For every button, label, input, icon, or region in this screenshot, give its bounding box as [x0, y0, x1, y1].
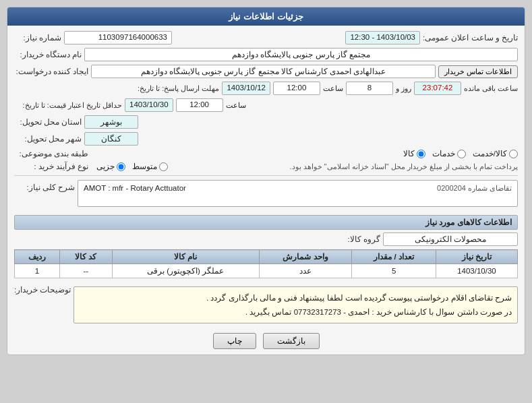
col-kod: کد کالا	[59, 250, 112, 264]
sarj-taghaza: تقاضای شماره 0200204	[437, 184, 512, 193]
nam-dastgah-value: مجتمع گاز پارس جنوبی پالایشگاه دوازدهم	[84, 48, 518, 61]
group-kala-label: گروه کالا:	[333, 235, 380, 244]
tozi-content: شرح تقاضای اقلام درخواستی پیوست گردیده ا…	[73, 286, 518, 323]
tarikh-label: تاریخ و ساعت اعلان عمومی:	[423, 33, 518, 42]
radio-kala[interactable]: کالا	[403, 149, 425, 158]
col-nam: نام کالا	[112, 250, 259, 264]
sarj-label: شرح کلی نیاز:	[14, 180, 75, 192]
group-kala-value: محصولات الکترونیکی	[383, 232, 518, 246]
page-title: جزئیات اطلاعات نیاز	[7, 7, 525, 26]
mohlet-rooz-value: 8	[346, 82, 393, 95]
saat-label: ساعت	[323, 84, 343, 93]
table-row: 1403/10/305عددعملگر (اکچویتور) برقی--1	[15, 264, 518, 278]
radio-khadamat[interactable]: خدمات	[432, 149, 466, 158]
shahr-value: کنگان	[84, 132, 138, 146]
ijad-value: عبدالهادی احمدی کارشناس کالا مجتمع گاز پ…	[91, 65, 436, 78]
jadval-date-value: 1403/10/30	[125, 98, 173, 112]
nooe-farayand-label: نوع فرآیند خرید :	[14, 162, 88, 171]
sarj-value: AMOT : mfr - Rotary Acttuator	[84, 184, 186, 193]
tarikh-value: 1403/10/03 - 12:30	[345, 31, 420, 44]
section-kalaha-title: اطلاعات کالاهای مورد نیاز	[14, 215, 518, 230]
shahr-label: شهر محل تحویل:	[14, 134, 82, 144]
mohlet-baqi-label: ساعت باقی مانده	[464, 84, 518, 92]
rooz-label: روز و	[396, 84, 411, 93]
ostan-label: استان محل تحویل:	[14, 117, 82, 127]
col-radif: ردیف	[15, 250, 60, 264]
col-tedad: تعداد / مقدار	[352, 250, 436, 264]
jadval-saat-value: 12:00	[176, 98, 223, 112]
mohlet-date-value: 1403/10/12	[222, 82, 270, 95]
radio-note: پرداخت تمام با بخشی از مبلغ خریدار محل "…	[171, 162, 518, 171]
col-tarikh: تاریخ نیاز	[436, 250, 517, 264]
radio-kala-khadamat[interactable]: کالا/خدمت	[473, 149, 518, 158]
tozi-label: توضیحات خریدار:	[14, 282, 71, 294]
col-vahed: واحد شمارش	[259, 250, 352, 264]
mohlet-saat-value: 12:00	[273, 82, 320, 95]
nam-dastgah-label: نام دستگاه خریدار:	[14, 50, 82, 59]
button-row: بازگشت چاپ	[14, 333, 518, 349]
radio-jozii[interactable]: جزیی	[96, 162, 125, 171]
mohlet-baqi-value: 23:07:42	[414, 82, 461, 95]
back-button[interactable]: بازگشت	[263, 333, 320, 349]
kalaha-table: تاریخ نیاز تعداد / مقدار واحد شمارش نام …	[14, 249, 518, 278]
jadval-label: حداقل تاریخ اعتبار قیمت: تا تاریخ:	[14, 101, 122, 110]
ijad-label: ایجاد کننده درخواست:	[14, 67, 88, 76]
jadval-saat-label: ساعت	[226, 101, 246, 110]
tabagheh-label: طبقه بندی موضوعی:	[14, 149, 88, 158]
radio-mottaset[interactable]: متوسط	[132, 162, 168, 171]
ostan-value: بوشهر	[84, 115, 138, 129]
print-button[interactable]: چاپ	[213, 333, 256, 349]
mohlet-label: مهلت ارسال پاسخ: تا تاریخ:	[131, 84, 219, 93]
shomare-niaz-value: 1103097164000633	[64, 31, 172, 44]
shomare-niaz-label: شماره نیاز:	[14, 33, 61, 42]
ettelaat-tamas-button[interactable]: اطلاعات تماس خریدار	[438, 65, 518, 78]
